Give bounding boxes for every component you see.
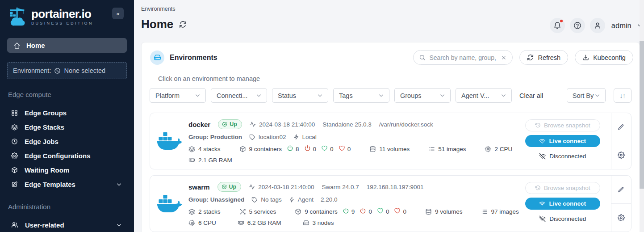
edit-environment-button[interactable] bbox=[611, 176, 631, 204]
environment-card-swarm[interactable]: swarm Up 2024-03-18 21:40:00 Swarm 24.0.… bbox=[150, 175, 631, 232]
filter-status[interactable]: Status bbox=[272, 88, 328, 103]
sidebar-item-edge-templates[interactable]: Edge Templates bbox=[0, 177, 134, 191]
environment-name[interactable]: docker bbox=[188, 121, 210, 128]
healthy-containers: 0 bbox=[321, 145, 334, 153]
filter-platform[interactable]: Platform bbox=[150, 88, 206, 103]
environment-url: 192.168.18.197:9001 bbox=[367, 184, 424, 190]
unhealthy-containers: 0 bbox=[339, 145, 351, 153]
power-on-icon bbox=[287, 145, 293, 152]
notification-dot bbox=[559, 19, 564, 23]
browse-snapshot-button[interactable]: Browse snapshot bbox=[525, 119, 600, 131]
filter-groups[interactable]: Groups bbox=[394, 88, 451, 103]
sort-by-select[interactable]: Sort By bbox=[567, 88, 606, 103]
sidebar-item-label: Edge Configurations bbox=[25, 152, 91, 160]
database-icon bbox=[369, 146, 376, 152]
environment-url: /var/run/docker.sock bbox=[379, 121, 433, 128]
activity-icon bbox=[249, 184, 255, 190]
pencil-icon bbox=[618, 186, 624, 193]
filter-tags[interactable]: Tags bbox=[333, 88, 389, 103]
status-badge: Up bbox=[218, 119, 242, 129]
cpu-icon bbox=[188, 219, 195, 226]
sidebar-item-home[interactable]: Home bbox=[7, 38, 127, 53]
environment-settings-button[interactable] bbox=[611, 204, 631, 232]
sidebar: portainer.io BUSINESS EDITION « Home Env… bbox=[0, 0, 134, 232]
last-check: 2024-03-18 21:40:00 bbox=[250, 121, 315, 128]
live-connect-button[interactable]: Live connect bbox=[525, 135, 600, 147]
zap-icon bbox=[289, 197, 295, 202]
live-connect-button[interactable]: Live connect bbox=[525, 198, 600, 210]
sidebar-item-waiting-room[interactable]: Waiting Room bbox=[0, 163, 134, 177]
user-avatar[interactable] bbox=[590, 18, 605, 33]
cpu-stat: 6 CPU bbox=[188, 219, 216, 226]
refresh-button[interactable]: Refresh bbox=[519, 50, 568, 65]
stacks-stat: 4 stacks bbox=[188, 146, 221, 152]
sort-direction-button[interactable]: ↓↑ bbox=[614, 88, 631, 103]
username[interactable]: admin bbox=[611, 21, 631, 30]
box-icon bbox=[295, 208, 301, 215]
ram-stat: 6.2 GB RAM bbox=[238, 219, 281, 226]
stopped-containers: 0 bbox=[304, 145, 317, 153]
page-title: Home bbox=[141, 17, 173, 31]
sidebar-collapse-button[interactable]: « bbox=[112, 8, 124, 19]
last-check-time: 2024-03-18 21:40:00 bbox=[258, 184, 314, 190]
environment-selector-value: None selected bbox=[64, 67, 105, 74]
clear-all-link[interactable]: Clear all bbox=[519, 92, 543, 99]
kubeconfig-button[interactable]: Kubeconfig bbox=[575, 50, 633, 65]
edit-environment-button[interactable] bbox=[611, 113, 631, 141]
disconnected-status: Disconnected bbox=[539, 215, 586, 222]
filter-connection-type[interactable]: Connecti... bbox=[211, 88, 267, 103]
scrollbar-thumb[interactable] bbox=[640, 41, 644, 189]
healthy-heart-icon bbox=[321, 145, 328, 152]
sort-by-label: Sort By bbox=[573, 92, 594, 99]
search-input[interactable] bbox=[429, 54, 497, 61]
last-check: 2024-03-18 21:40:00 bbox=[249, 184, 314, 190]
home-icon bbox=[13, 42, 21, 49]
history-icon bbox=[535, 122, 541, 128]
filter-label: Tags bbox=[339, 92, 353, 99]
environment-name[interactable]: swarm bbox=[188, 183, 210, 191]
grid-icon bbox=[11, 110, 18, 116]
breadcrumb[interactable]: Environments bbox=[141, 0, 175, 12]
portainer-app: portainer.io BUSINESS EDITION « Home Env… bbox=[0, 0, 644, 232]
clear-search-icon[interactable] bbox=[501, 55, 507, 61]
environment-card-docker[interactable]: docker Up 2024-03-18 21:40:00 Standalone… bbox=[150, 113, 631, 169]
chevron-down-icon bbox=[317, 92, 323, 99]
containers-stat: 9 containers bbox=[239, 146, 282, 152]
filter-label: Groups bbox=[400, 92, 422, 99]
browse-snapshot-button[interactable]: Browse snapshot bbox=[525, 182, 600, 194]
environment-settings-button[interactable] bbox=[611, 141, 631, 169]
chevron-down-icon bbox=[594, 92, 601, 99]
refresh-icon bbox=[527, 54, 534, 61]
user-area: admin bbox=[550, 18, 644, 33]
environment-selector-prefix: Environment: bbox=[13, 67, 51, 74]
page-scrollbar[interactable] bbox=[640, 0, 644, 232]
sidebar-item-label: Edge Jobs bbox=[25, 138, 59, 145]
chevron-down-icon bbox=[378, 92, 385, 99]
sidebar-item-edge-jobs[interactable]: Edge Jobs bbox=[0, 134, 134, 148]
sidebar-item-edge-stacks[interactable]: Edge Stacks bbox=[0, 120, 134, 134]
healthy-heart-icon bbox=[377, 207, 384, 214]
environment-selector[interactable]: Environment: None selected bbox=[7, 62, 127, 79]
sidebar-item-label: Edge Groups bbox=[25, 109, 67, 117]
user-icon bbox=[594, 21, 602, 30]
sidebar-item-edge-configurations[interactable]: Edge Configurations bbox=[0, 148, 134, 163]
tag-icon bbox=[251, 197, 258, 203]
sidebar-item-user-related[interactable]: User-related bbox=[0, 218, 134, 232]
filter-label: Platform bbox=[155, 92, 180, 99]
clock-icon bbox=[11, 138, 18, 145]
volumes-stat: 9 volumes bbox=[425, 208, 463, 215]
filter-agent-version[interactable]: Agent V... bbox=[456, 88, 512, 103]
sidebar-item-label: User-related bbox=[25, 221, 64, 229]
edit-icon bbox=[11, 181, 18, 188]
connection-type: Local bbox=[293, 134, 317, 140]
sidebar-item-edge-groups[interactable]: Edge Groups bbox=[0, 105, 134, 120]
notifications-button[interactable] bbox=[550, 18, 565, 33]
filter-label: Status bbox=[278, 92, 296, 99]
help-button[interactable] bbox=[570, 18, 585, 33]
connection-label: Local bbox=[302, 134, 317, 140]
download-icon bbox=[582, 54, 589, 61]
portainer-logo-icon bbox=[7, 6, 28, 27]
tags: No tags bbox=[251, 196, 282, 203]
environments-panel: Environments Refresh Kubeconfig bbox=[141, 42, 640, 232]
page-refresh-icon[interactable] bbox=[179, 21, 187, 28]
